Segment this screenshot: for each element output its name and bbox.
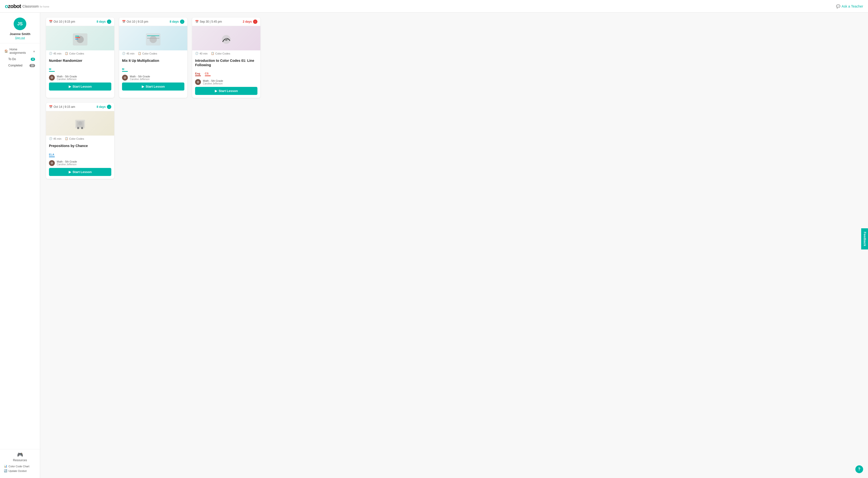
completed-badge: 10 <box>29 64 35 67</box>
teacher-avatar: O <box>49 160 55 166</box>
cs-tag: CS <box>205 72 211 76</box>
help-button[interactable]: ? <box>855 465 863 473</box>
svg-rect-13 <box>77 127 79 129</box>
card-meta: 🕐 45 min 📋 Color Codes <box>119 50 187 57</box>
lesson-card-color-codes: 📅 Sep 30 | 5:45 pm 2 days ↑ <box>192 18 260 98</box>
start-lesson-button[interactable]: ▶ Start Lesson <box>122 82 184 91</box>
teacher-name: Caroline Jefferson <box>130 78 150 80</box>
clock-icon: 🕐 <box>49 52 52 55</box>
lesson-card-mix-multiplication: 📅 Oct 10 | 9:15 pm 8 days ↓ <box>119 18 187 98</box>
start-lesson-button[interactable]: ▶ Start Lesson <box>49 82 111 91</box>
chat-icon: 💬 <box>836 4 840 8</box>
chevron-up-icon: ▲ <box>33 49 36 53</box>
card-title: Number Randomizer <box>49 59 111 63</box>
sidebar: JS Joanne Smith Sign out 🏠 Home assignme… <box>0 13 40 478</box>
card-date: 📅 Sep 30 | 5:45 pm <box>195 20 222 23</box>
teacher-name: Caroline Jefferson <box>57 163 77 166</box>
teacher-grade: Math - 5th Grade <box>203 79 223 82</box>
completed-label: Completed <box>8 64 22 67</box>
calendar-icon: 📅 <box>49 105 53 108</box>
lesson-card-number-randomizer: 📅 Oct 10 | 9:15 pm 8 days ↓ <box>46 18 114 98</box>
user-section: JS Joanne Smith Sign out <box>0 18 40 43</box>
todo-nav-item[interactable]: To Do 4 <box>2 56 37 62</box>
teacher-avatar: O <box>122 75 128 80</box>
teacher-avatar: O <box>49 75 55 80</box>
home-assignments-nav[interactable]: 🏠 Home assignments ▲ <box>2 46 37 56</box>
user-name: Joanne Smith <box>9 32 30 36</box>
teacher-name: Caroline Jefferson <box>57 78 77 80</box>
svg-rect-4 <box>75 39 78 39</box>
color-code-icon: 📊 <box>4 465 7 468</box>
teacher-row: O Math - 5th Grade Caroline Jefferson <box>46 159 114 168</box>
card-title: Mix It Up Multiplication <box>122 59 184 63</box>
svg-rect-14 <box>81 127 83 129</box>
resources-section: 🎮 Resources 📊 Color Code Chart 🔄 Update … <box>0 449 40 476</box>
days-down-icon: ↓ <box>107 105 111 109</box>
main-content: 📅 Oct 10 | 9:15 pm 8 days ↓ <box>40 13 868 478</box>
svg-point-15 <box>78 122 82 125</box>
main-layout: JS Joanne Smith Sign out 🏠 Home assignme… <box>0 13 868 478</box>
completed-nav-item[interactable]: Completed 10 <box>2 62 37 69</box>
resources-icon: 🎮 <box>17 452 23 457</box>
nav-section: 🏠 Home assignments ▲ To Do 4 Completed 1… <box>0 46 40 449</box>
svg-rect-2 <box>75 36 79 36</box>
card-image <box>46 111 114 136</box>
eng-tag: Eng <box>195 72 201 76</box>
resources-header[interactable]: 🎮 Resources <box>2 452 37 462</box>
start-lesson-button[interactable]: ▶ Start Lesson <box>49 168 111 176</box>
ela-tag: ELA <box>49 153 55 157</box>
card-days: 8 days ↓ <box>170 20 184 24</box>
clock-icon: 🕐 <box>195 52 198 55</box>
todo-badge: 4 <box>31 58 35 61</box>
clock-icon: 🕐 <box>122 52 125 55</box>
color-code-chart-link[interactable]: 📊 Color Code Chart <box>2 464 37 469</box>
card-image <box>119 26 187 50</box>
sign-out-link[interactable]: Sign out <box>15 36 25 39</box>
play-icon: ▶ <box>142 85 144 88</box>
teacher-row: O Math - 5th Grade Caroline Jefferson <box>192 78 260 87</box>
card-meta: 🕐 45 min 📋 Color Codes <box>46 50 114 57</box>
tag-row: Eng CS <box>192 72 260 76</box>
update-ozobot-link[interactable]: 🔄 Update Ozobot <box>2 469 37 473</box>
start-lesson-button[interactable]: ▶ Start Lesson <box>195 87 257 95</box>
logo-ozobot: ozobot <box>5 3 21 9</box>
teacher-row: O Math - 5th Grade Caroline Jefferson <box>119 74 187 82</box>
card-date: 📅 Oct 10 | 9:15 pm <box>122 20 148 23</box>
calendar-icon: 📅 <box>195 20 199 23</box>
play-icon: ▶ <box>69 170 71 174</box>
card-meta: 🕐 45 min 📋 Color Codes <box>46 136 114 142</box>
card-header: 📅 Oct 10 | 9:15 pm 8 days ↓ <box>119 18 187 26</box>
robot-image <box>192 26 260 50</box>
teacher-grade: Math - 5th Grade <box>57 160 77 163</box>
card-body: Prepositions by Chance <box>46 142 114 153</box>
card-header: 📅 Oct 14 | 9:15 am 8 days ↓ <box>46 103 114 111</box>
days-down-icon: ↓ <box>180 20 184 24</box>
card-days: 2 days ↑ <box>243 20 257 24</box>
card-days: 8 days ↓ <box>97 20 111 24</box>
tag-row: ELA <box>46 153 114 157</box>
svg-point-10 <box>225 38 228 41</box>
svg-point-6 <box>150 36 157 43</box>
play-icon: ▶ <box>69 85 71 88</box>
card-date: 📅 Oct 10 | 9:15 pm <box>49 20 75 23</box>
card-image <box>46 26 114 50</box>
home-icon: 🏠 <box>4 49 8 53</box>
lesson-type-icon: 📋 <box>65 52 68 55</box>
tag-row: M <box>119 68 187 72</box>
calendar-icon: 📅 <box>122 20 126 23</box>
teacher-row: O Math - 5th Grade Caroline Jefferson <box>46 74 114 82</box>
lesson-type-icon: 📋 <box>138 52 141 55</box>
ask-teacher-label: Ask a Teacher <box>842 4 863 8</box>
todo-label: To Do <box>8 58 16 61</box>
resources-label: Resources <box>13 458 27 462</box>
feedback-tab[interactable]: Feedback <box>861 228 868 249</box>
lessons-grid: 📅 Oct 10 | 9:15 pm 8 days ↓ <box>46 18 265 179</box>
card-header: 📅 Oct 10 | 9:15 pm 8 days ↓ <box>46 18 114 26</box>
update-icon: 🔄 <box>4 469 7 472</box>
card-title: Prepositions by Chance <box>49 144 111 148</box>
math-tag: M <box>49 68 55 72</box>
clock-icon: 🕐 <box>49 137 52 140</box>
robot-image <box>46 111 114 136</box>
play-icon: ▶ <box>215 89 217 93</box>
ask-teacher-link[interactable]: 💬 Ask a Teacher <box>836 4 863 8</box>
